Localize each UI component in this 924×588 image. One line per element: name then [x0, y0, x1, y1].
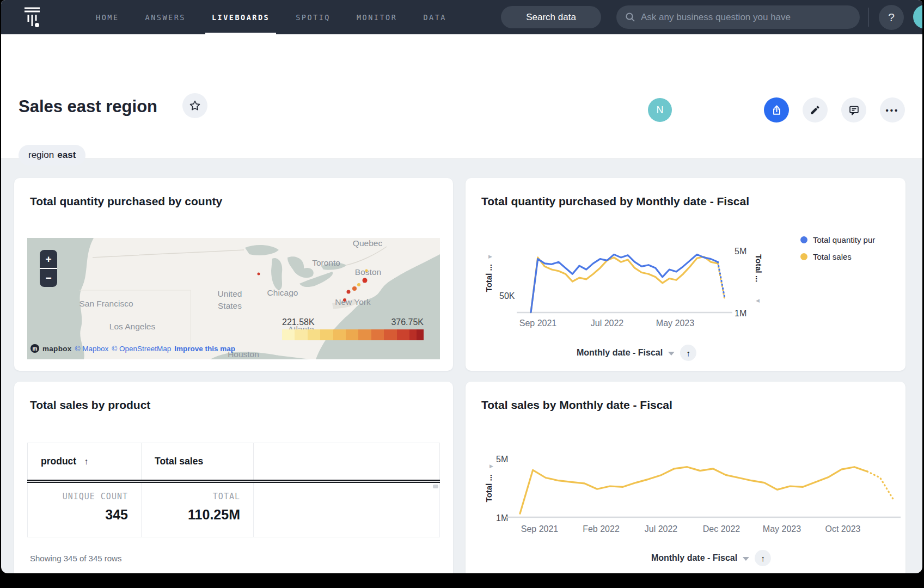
- map-city-label: Quebec: [353, 238, 382, 248]
- sort-direction-button[interactable]: ↑: [680, 345, 696, 361]
- nav-item-home[interactable]: HOME: [83, 0, 132, 34]
- legend-item-sales[interactable]: Total sales: [800, 252, 875, 261]
- ask-question-searchbox: [616, 5, 860, 29]
- line-chart-plot[interactable]: [520, 455, 893, 518]
- x-tick: Jul 2022: [645, 524, 678, 534]
- axis-scroll-right-icon[interactable]: ▶: [488, 254, 492, 259]
- zoom-in-button[interactable]: +: [40, 250, 57, 268]
- geo-map[interactable]: San Francisco Los Angeles United States …: [27, 238, 440, 359]
- comment-button[interactable]: [841, 97, 866, 122]
- share-button[interactable]: [764, 97, 789, 122]
- pencil-icon: [810, 105, 821, 115]
- column-header-label: product: [41, 456, 76, 467]
- x-tick: May 2023: [763, 524, 801, 534]
- map-marker[interactable]: [258, 273, 260, 275]
- user-avatar[interactable]: N: [913, 5, 922, 29]
- nav-item-monitor[interactable]: MONITOR: [344, 0, 410, 34]
- legend-label: Total quantity pur: [813, 235, 875, 244]
- summary-cell-empty: [254, 483, 439, 537]
- legend-label: Total sales: [813, 252, 852, 261]
- ask-question-input[interactable]: [641, 12, 851, 23]
- map-marker[interactable]: [365, 270, 368, 272]
- map-marker[interactable]: [347, 290, 351, 294]
- table-summary-row: UNIQUE COUNT 345 TOTAL 110.25M: [27, 483, 440, 537]
- chevron-down-icon[interactable]: [743, 557, 749, 561]
- header-actions: •••: [764, 97, 905, 122]
- nav-item-data[interactable]: DATA: [410, 0, 460, 34]
- column-header-product[interactable]: product ↑: [28, 443, 142, 480]
- axis-scroll-left-icon[interactable]: ◀: [756, 298, 760, 303]
- filter-chip-value: east: [57, 150, 76, 161]
- aggregate-value: 345: [28, 507, 128, 523]
- left-y-axis-title: Total ...: [484, 474, 493, 502]
- sort-direction-button[interactable]: ↑: [755, 550, 771, 566]
- more-options-button[interactable]: •••: [880, 97, 905, 122]
- chart-legend: Total quantity pur Total sales: [800, 235, 875, 261]
- y-tick-50k: 50K: [499, 291, 515, 301]
- viz-card-line-sales: Total sales by Monthly date - Fiscal ▶ T…: [466, 382, 905, 573]
- data-table: product ↑ Total sales UNIQUE COUNT 345: [27, 443, 440, 537]
- chevron-down-icon[interactable]: [668, 352, 675, 356]
- y-tick-1m: 1M: [735, 309, 746, 318]
- x-dimension-label[interactable]: Monthly date - Fiscal: [651, 553, 737, 563]
- x-tick: Oct 2023: [825, 524, 861, 534]
- legend-max-value: 376.75K: [391, 317, 424, 327]
- comment-icon: [848, 105, 860, 116]
- viz-title: Total quantity purchased by county: [30, 195, 222, 208]
- mapbox-link[interactable]: © Mapbox: [75, 345, 109, 353]
- x-tick: Feb 2022: [583, 524, 620, 534]
- x-dimension-control: Monthly date - Fiscal ↑: [651, 550, 771, 566]
- x-tick: May 2023: [656, 318, 694, 328]
- legend-dot-yellow: [800, 253, 807, 260]
- summary-cell-product: UNIQUE COUNT 345: [28, 483, 142, 537]
- map-city-label: New York: [335, 297, 370, 307]
- edit-button[interactable]: [803, 97, 828, 122]
- zoom-out-button[interactable]: −: [40, 269, 57, 287]
- sort-ascending-icon[interactable]: ↑: [84, 457, 88, 467]
- nav-item-answers[interactable]: ANSWERS: [132, 0, 199, 34]
- axis-scroll-right-icon[interactable]: ▶: [489, 463, 493, 469]
- nav-item-spotiq[interactable]: SPOTIQ: [283, 0, 344, 34]
- column-header-empty: [254, 443, 439, 480]
- x-tick: Dec 2022: [703, 524, 741, 534]
- share-icon: [771, 105, 782, 116]
- viz-title: Total quantity purchased by Monthly date…: [481, 195, 749, 208]
- legend-dot-blue: [800, 236, 807, 243]
- x-tick: Sep 2021: [519, 318, 557, 328]
- help-button[interactable]: ?: [879, 5, 904, 30]
- x-dimension-label[interactable]: Monthly date - Fiscal: [577, 348, 663, 358]
- search-data-button[interactable]: Search data: [501, 6, 601, 28]
- more-dots-icon: •••: [886, 106, 899, 115]
- openstreetmap-link[interactable]: © OpenStreetMap: [112, 345, 171, 353]
- y-tick-5m: 5M: [496, 455, 508, 464]
- y-tick-5m: 5M: [735, 247, 746, 256]
- map-marker[interactable]: [357, 283, 360, 286]
- row-count-status: Showing 345 of 345 rows: [30, 554, 121, 563]
- scrollbar-thumb[interactable]: [433, 485, 438, 488]
- map-city-label: United: [218, 289, 242, 299]
- legend-min-value: 221.58K: [282, 317, 315, 327]
- column-header-label: Total sales: [155, 456, 203, 467]
- star-icon: [189, 100, 201, 112]
- viewer-avatar[interactable]: N: [648, 98, 672, 122]
- line-chart-plot[interactable]: [531, 238, 725, 313]
- map-city-label: Toronto: [312, 258, 340, 268]
- improve-map-link[interactable]: Improve this map: [174, 345, 235, 353]
- favorite-star-button[interactable]: [182, 93, 207, 118]
- search-icon: [625, 12, 635, 22]
- column-header-total-sales[interactable]: Total sales: [142, 443, 254, 480]
- liveboard-header: Sales east region N: [1, 34, 922, 159]
- aggregate-label: TOTAL: [142, 492, 240, 501]
- map-marker[interactable]: [363, 278, 368, 283]
- left-y-axis-title: Total ...: [484, 264, 493, 292]
- heatmap-legend: 221.58K 376.75K: [282, 317, 424, 340]
- x-tick: Sep 2021: [521, 524, 559, 534]
- nav-item-liveboards[interactable]: LIVEBOARDS: [199, 0, 283, 34]
- map-marker[interactable]: [352, 286, 357, 291]
- nav-divider: [868, 8, 869, 27]
- legend-item-quantity[interactable]: Total quantity pur: [800, 235, 875, 244]
- map-city-label: San Francisco: [79, 299, 133, 309]
- map-zoom-controls: + −: [40, 250, 57, 287]
- thoughtspot-logo-icon[interactable]: [20, 5, 45, 32]
- map-marker[interactable]: [343, 298, 346, 302]
